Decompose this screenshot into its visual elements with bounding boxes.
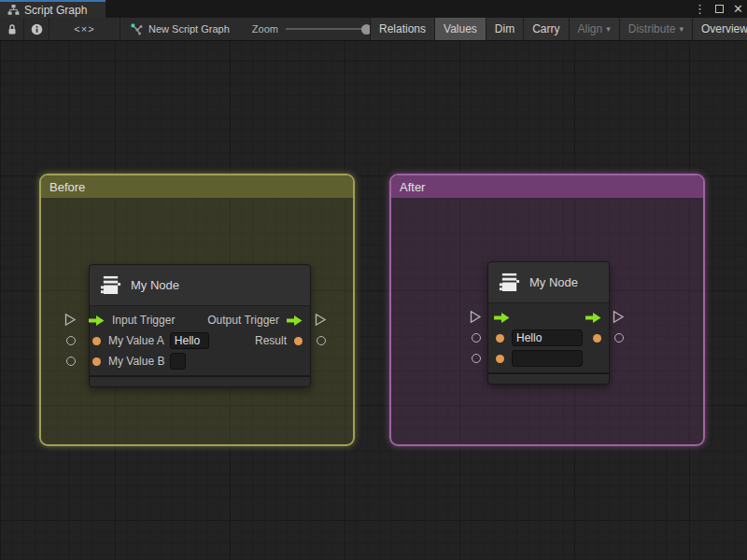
port-row-value-b: My Value B	[90, 351, 310, 371]
info-button[interactable]	[24, 18, 49, 40]
menu-kebab-icon[interactable]: ⋮	[694, 3, 706, 15]
node-after-header[interactable]: My Node	[488, 262, 609, 303]
port-row-value-b	[488, 348, 609, 369]
overview-button[interactable]: Overview	[692, 18, 747, 40]
flow-input-icon[interactable]	[494, 313, 510, 323]
external-value-port-icon[interactable]	[317, 336, 326, 345]
unit-node-icon	[499, 272, 520, 293]
window-controls: ⋮ ✕	[694, 0, 743, 18]
group-before-header[interactable]: Before	[41, 175, 353, 198]
external-flow-port-icon[interactable]	[315, 313, 327, 329]
group-before-label: Before	[49, 180, 85, 194]
zoom-control: Zoom 1x	[239, 18, 392, 40]
toolbar: <×> New Script Graph Zoom 1x	[0, 18, 747, 41]
node-title: My Node	[529, 275, 578, 289]
node-before-footer	[90, 375, 310, 386]
tab-script-graph[interactable]: Script Graph	[0, 0, 106, 18]
maximize-icon[interactable]	[715, 5, 724, 13]
lock-icon	[7, 23, 18, 35]
distribute-label: Distribute	[628, 22, 676, 35]
align-dropdown[interactable]: Align ▾	[569, 18, 619, 40]
flow-output-icon[interactable]	[287, 315, 303, 326]
result-label: Result	[255, 334, 287, 347]
external-value-port-icon[interactable]	[472, 354, 481, 363]
script-graph-window: Script Graph ⋮ ✕	[0, 0, 747, 560]
output-trigger-label: Output Trigger	[207, 314, 279, 327]
node-after-body	[488, 303, 609, 372]
external-value-port-icon[interactable]	[472, 333, 481, 343]
group-after-label: After	[400, 180, 425, 194]
script-graph-tab-icon	[7, 4, 20, 16]
lock-button[interactable]	[0, 18, 24, 40]
zoom-label: Zoom	[252, 23, 278, 35]
code-view-button[interactable]: <×>	[49, 18, 120, 40]
graph-canvas[interactable]: Before After	[0, 41, 747, 560]
external-value-port-icon[interactable]	[614, 333, 624, 343]
dim-button[interactable]: Dim	[486, 18, 523, 40]
carry-label: Carry	[532, 22, 559, 35]
port-row-trigger	[488, 307, 609, 328]
group-after-header[interactable]: After	[391, 175, 703, 198]
value-input-port-icon[interactable]	[496, 355, 504, 363]
port-row-value-a: My Value A Result	[90, 330, 310, 351]
node-title: My Node	[131, 278, 179, 292]
value-b-label: My Value B	[108, 355, 164, 368]
align-label: Align	[578, 22, 603, 35]
port-row-value-a	[488, 328, 609, 348]
chevron-down-icon: ▾	[606, 24, 611, 34]
value-output-port-icon[interactable]	[593, 334, 601, 343]
external-flow-port-icon[interactable]	[470, 310, 482, 327]
value-output-port-icon[interactable]	[294, 337, 303, 345]
flow-input-icon[interactable]	[89, 315, 105, 326]
carry-button[interactable]: Carry	[523, 18, 568, 40]
value-a-input[interactable]	[170, 332, 209, 349]
close-icon[interactable]: ✕	[733, 3, 743, 15]
value-input-port-icon[interactable]	[496, 334, 504, 343]
external-flow-port-icon[interactable]	[64, 313, 77, 329]
graph-network-icon	[130, 22, 143, 35]
tab-bar: Script Graph ⋮ ✕	[0, 0, 747, 18]
unit-node-icon	[100, 274, 121, 296]
tab-title: Script Graph	[24, 4, 87, 17]
node-before-header[interactable]: My Node	[90, 265, 310, 306]
dim-label: Dim	[495, 22, 514, 35]
external-value-port-icon[interactable]	[66, 357, 76, 366]
value-input-port-icon[interactable]	[92, 357, 101, 366]
value-a-input[interactable]	[512, 329, 583, 346]
node-after-footer	[488, 372, 609, 384]
flow-output-icon[interactable]	[585, 313, 601, 323]
value-b-input[interactable]	[512, 350, 583, 367]
relations-label: Relations	[379, 22, 426, 35]
values-button[interactable]: Values	[434, 18, 486, 40]
info-icon	[31, 23, 43, 35]
zoom-slider-track	[286, 28, 372, 30]
zoom-slider[interactable]	[286, 18, 372, 40]
new-script-graph-label: New Script Graph	[148, 23, 230, 35]
value-input-port-icon[interactable]	[92, 337, 101, 345]
relations-button[interactable]: Relations	[370, 18, 434, 40]
external-flow-port-icon[interactable]	[613, 310, 625, 327]
value-a-label: My Value A	[108, 334, 164, 347]
port-row-trigger: Input Trigger Output Trigger	[90, 310, 310, 330]
node-my-node-after[interactable]: My Node	[487, 261, 610, 385]
toolbar-right-group: Relations Values Dim Carry Align ▾ Distr…	[370, 18, 747, 40]
value-b-input[interactable]	[170, 353, 186, 370]
overview-label: Overview	[701, 22, 747, 35]
distribute-dropdown[interactable]: Distribute ▾	[619, 18, 692, 40]
code-view-icon: <×>	[74, 23, 94, 35]
node-before-body: Input Trigger Output Trigger My Value A …	[90, 306, 310, 375]
external-value-port-icon[interactable]	[66, 336, 76, 345]
input-trigger-label: Input Trigger	[112, 314, 175, 327]
node-my-node-before[interactable]: My Node Input Trigger Output Trigger	[89, 264, 311, 387]
new-script-graph-button[interactable]: New Script Graph	[120, 18, 239, 40]
chevron-down-icon: ▾	[679, 24, 684, 34]
values-label: Values	[444, 22, 477, 35]
